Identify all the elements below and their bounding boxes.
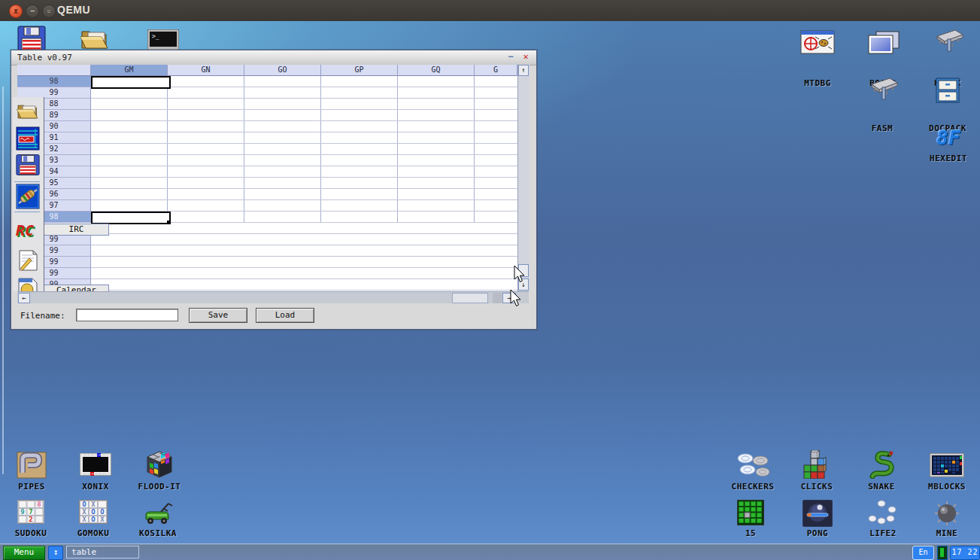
row-cells[interactable] (91, 110, 517, 121)
menu-button[interactable]: Menu (3, 546, 45, 560)
mblocks-label[interactable]: MBLOCKS (928, 482, 966, 492)
fifteen-label[interactable]: 15 (745, 528, 756, 538)
kpack-icon[interactable] (930, 29, 966, 59)
column-header-GO[interactable]: GO (244, 65, 321, 76)
language-indicator[interactable]: En (912, 546, 934, 560)
mine-label[interactable]: MINE (936, 528, 958, 538)
row-cells[interactable] (91, 144, 517, 155)
window-close-button[interactable]: ✕ (520, 51, 532, 63)
calendar-partial-icon[interactable] (16, 275, 40, 291)
docpack-icon[interactable] (933, 77, 963, 107)
folder-icon[interactable] (16, 99, 40, 125)
sudoku-label[interactable]: SUDOKU (15, 528, 47, 538)
row-cells[interactable] (91, 279, 517, 291)
irc-icon-caption[interactable]: IRC (44, 224, 109, 236)
xonix-icon[interactable] (80, 453, 111, 479)
checkers-label[interactable]: CHECKERS (732, 482, 775, 492)
window-minimize-button[interactable]: − (505, 51, 517, 63)
column-header-GP[interactable]: GP (321, 65, 398, 76)
filename-input[interactable] (76, 309, 178, 321)
snake-label[interactable]: SNAKE (868, 482, 895, 492)
mtdbg-label[interactable]: MTDBG (804, 78, 831, 88)
flood-it-label[interactable]: FLOOD-IT (138, 482, 181, 492)
row-cells[interactable] (91, 132, 517, 144)
clicks-label[interactable]: CLICKS (801, 482, 833, 492)
kosilka-icon[interactable] (141, 501, 174, 528)
row-cells[interactable] (91, 166, 517, 178)
pipes-label[interactable]: PIPES (18, 482, 45, 492)
host-maximize-button[interactable]: ▫ (42, 5, 56, 18)
host-window-title: QEMU (57, 4, 90, 16)
board-icon[interactable] (866, 30, 900, 59)
scroll-left-button[interactable]: ← (18, 293, 30, 303)
mine-icon[interactable] (932, 500, 962, 530)
life2-label[interactable]: LIFE2 (869, 528, 897, 538)
table-row: 90 (17, 121, 517, 132)
row-cells[interactable] (91, 155, 517, 166)
row-cells[interactable] (91, 200, 517, 212)
selected-cell[interactable] (91, 76, 171, 89)
gomoku-icon[interactable]: OX XOO XOX (79, 500, 108, 524)
row-cells[interactable] (91, 234, 517, 245)
hexedit-label[interactable]: HEXEDIT (930, 154, 967, 163)
hexedit-icon[interactable]: 8F (936, 126, 960, 149)
taskbar-task-table[interactable]: table (66, 546, 139, 558)
horizontal-scroll-thumb[interactable] (452, 293, 488, 303)
row-cells[interactable] (91, 99, 517, 110)
vertical-scrollbar[interactable]: ↑ ↓ (517, 65, 529, 291)
save-button[interactable]: Save (189, 308, 247, 323)
row-cells[interactable] (91, 87, 517, 99)
horizontal-scrollbar[interactable]: ← → (17, 291, 529, 304)
kosilka-label[interactable]: KOSILKA (139, 528, 177, 538)
row-cells[interactable] (91, 257, 517, 268)
fasm-icon[interactable] (864, 77, 900, 107)
table-row: 95 (17, 178, 517, 189)
cpu-load-indicator[interactable] (937, 546, 948, 560)
notepad-icon[interactable] (16, 248, 40, 275)
selected-cell[interactable] (91, 212, 171, 224)
column-header-GN[interactable]: GN (168, 65, 244, 76)
spreadsheet-grid[interactable]: GMGNGOGPGQG 98998889909192939495969798 9… (17, 65, 517, 291)
column-header-GM[interactable]: GM (91, 65, 168, 76)
gomoku-label[interactable]: GOMOKU (77, 528, 110, 538)
taskbar-clock[interactable]: 17 22 (950, 546, 980, 560)
host-minimize-button[interactable]: − (26, 5, 39, 18)
fifteen-icon[interactable] (737, 500, 764, 528)
column-header-GQ[interactable]: GQ (398, 65, 475, 76)
row-cells[interactable] (91, 245, 517, 257)
load-button[interactable]: Load (256, 308, 314, 323)
xonix-label[interactable]: XONIX (82, 482, 109, 492)
pong-label[interactable]: PONG (807, 528, 829, 538)
host-close-button[interactable]: x (9, 5, 23, 18)
grid-corner-cell[interactable] (17, 65, 91, 76)
desktop-icon-strip: RC (13, 97, 44, 291)
pipes-icon[interactable] (17, 452, 47, 482)
window-titlebar[interactable]: Table v0.97 − ✕ (11, 50, 536, 65)
snake-icon[interactable] (868, 450, 895, 482)
resistor-icon[interactable] (16, 184, 40, 212)
life2-icon[interactable] (868, 500, 898, 528)
row-cells[interactable] (91, 268, 517, 279)
mtdbg-icon[interactable] (800, 30, 835, 57)
row-cells[interactable] (91, 121, 517, 132)
fill-handle[interactable] (167, 221, 171, 224)
row-cells[interactable] (91, 189, 517, 200)
oscilloscope-icon[interactable] (16, 126, 40, 154)
filename-label: Filename: (20, 311, 65, 321)
window-title: Table v0.97 (17, 53, 72, 62)
mblocks-icon[interactable] (930, 453, 964, 480)
clicks-icon[interactable] (802, 450, 832, 482)
sudoku-icon[interactable]: 8 97 2 (18, 500, 44, 524)
scroll-up-button[interactable]: ↑ (518, 65, 529, 76)
irc-logo-icon[interactable]: RC (16, 221, 34, 239)
column-header-G[interactable]: G (475, 65, 517, 76)
table-row: 97 (17, 200, 517, 212)
row-cells[interactable] (91, 178, 517, 189)
pong-icon[interactable] (803, 500, 833, 530)
floppy-icon[interactable] (16, 153, 40, 180)
flood-it-icon[interactable] (144, 450, 174, 482)
checkers-icon[interactable] (736, 452, 770, 482)
minimize-all-button[interactable]: ↕ (48, 546, 63, 560)
fasm-label[interactable]: FASM (872, 123, 894, 133)
row-header[interactable]: 98 (17, 76, 91, 87)
